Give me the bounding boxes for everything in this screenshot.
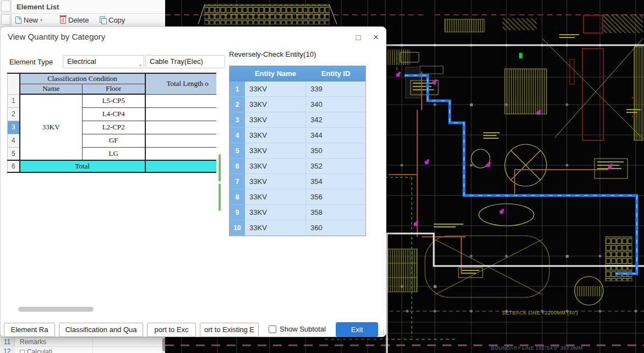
new-page-icon bbox=[15, 17, 21, 24]
entity-row[interactable]: 233KV340 bbox=[230, 97, 365, 112]
chevron-down-icon: ▾ bbox=[139, 59, 141, 72]
chevron-down-icon: ▾ bbox=[40, 18, 42, 23]
total-row[interactable]: 6 Total bbox=[8, 160, 217, 172]
entity-row-number: 6 bbox=[230, 159, 245, 174]
horizontal-scrollbar-thumb[interactable] bbox=[18, 307, 94, 312]
total-label-cell: Total bbox=[20, 160, 145, 172]
floor-cell: L4-CP4 bbox=[83, 107, 145, 121]
boundary-line-label: BOUNDARY LINE 192°54'0" 367.0MM bbox=[491, 345, 583, 351]
classification-quantity-button[interactable]: Classification and Qua bbox=[59, 323, 143, 337]
column-divider bbox=[92, 347, 93, 353]
property-row[interactable]: 11 Remarks bbox=[0, 338, 161, 347]
entity-id-header: Entity ID bbox=[306, 66, 365, 82]
corner-cell bbox=[8, 73, 20, 94]
entity-name-cell: 33KV bbox=[245, 97, 306, 112]
splitter-handle[interactable] bbox=[219, 154, 221, 211]
entity-row[interactable]: 633KV352 bbox=[230, 159, 365, 174]
entity-id-cell: 339 bbox=[306, 82, 365, 97]
side-strip-tab[interactable] bbox=[1, 1, 10, 12]
floor-cell: LG bbox=[83, 147, 145, 160]
element-properties-grid: 11 Remarks 12 Calculati bbox=[0, 337, 165, 353]
entity-row-number: 3 bbox=[230, 112, 245, 128]
name-header: Name bbox=[20, 84, 83, 94]
table-row[interactable]: 1 33KV L5-CP5 bbox=[8, 94, 217, 107]
total-length-header: Total Length o bbox=[145, 73, 217, 94]
exit-button[interactable]: Exit bbox=[336, 322, 378, 337]
entity-row-number: 4 bbox=[230, 128, 245, 143]
maximize-icon[interactable]: □ bbox=[353, 32, 364, 43]
total-value-cell bbox=[145, 160, 217, 172]
entity-name-cell: 33KV bbox=[245, 189, 306, 205]
entity-row[interactable]: 933KV358 bbox=[230, 205, 365, 220]
floor-cell: L2-CP2 bbox=[83, 121, 145, 134]
entity-id-cell: 344 bbox=[306, 128, 365, 143]
row-number-selected: 3 bbox=[8, 121, 20, 134]
entity-table: Entity Name Entity ID 133KV339 233KV340 … bbox=[229, 66, 366, 236]
element-type-dropdown[interactable]: Electrical ▾ bbox=[63, 55, 144, 68]
row-number: 2 bbox=[8, 107, 20, 121]
entity-id-cell: 342 bbox=[306, 112, 365, 128]
entity-row-number: 10 bbox=[230, 220, 245, 236]
new-button[interactable]: New ▾ bbox=[15, 14, 42, 26]
export-to-excel-button[interactable]: port to Exc bbox=[147, 323, 196, 337]
close-icon[interactable]: × bbox=[370, 32, 381, 43]
export-to-existing-excel-button[interactable]: ort to Existing E bbox=[200, 323, 259, 337]
entity-name-cell: 33KV bbox=[245, 205, 306, 220]
element-subtype-dropdown[interactable]: Cable Tray(Elec) bbox=[145, 55, 225, 68]
entity-id-cell: 340 bbox=[306, 97, 365, 112]
entity-row-number: 2 bbox=[230, 97, 245, 112]
resize-grip[interactable] bbox=[378, 329, 384, 335]
property-row-number: 12 bbox=[0, 347, 15, 353]
entity-name-cell: 33KV bbox=[245, 174, 306, 189]
checkbox-icon bbox=[20, 350, 25, 353]
entity-row[interactable]: 833KV356 bbox=[230, 189, 365, 205]
value-cell bbox=[145, 94, 217, 107]
splitter-notch bbox=[219, 181, 221, 184]
copy-button[interactable]: Copy bbox=[100, 14, 125, 26]
entity-id-cell: 352 bbox=[306, 159, 365, 174]
value-cell bbox=[145, 147, 217, 160]
delete-label: Delete bbox=[68, 16, 89, 24]
entity-table-header: Entity Name Entity ID bbox=[230, 66, 365, 82]
classification-table[interactable]: Classification Condition Total Length o … bbox=[7, 73, 216, 192]
entity-id-cell: 358 bbox=[306, 205, 365, 220]
element-list-title: Element List bbox=[12, 0, 165, 14]
entity-row[interactable]: 333KV342 bbox=[230, 112, 365, 128]
delete-button[interactable]: Delete bbox=[60, 14, 89, 26]
new-label: New bbox=[24, 16, 38, 24]
property-row-label: Remarks bbox=[20, 338, 46, 346]
property-row-text: Calculati bbox=[27, 348, 52, 353]
row-number: 5 bbox=[8, 147, 20, 160]
screen: Element List New ▾ Delete Copy 11 Remark… bbox=[0, 0, 644, 353]
entity-id-cell: 356 bbox=[306, 189, 365, 205]
entity-row[interactable]: 533KV350 bbox=[230, 143, 365, 159]
copy-icon bbox=[100, 17, 106, 24]
entity-id-cell: 354 bbox=[306, 174, 365, 189]
entity-name-cell: 33KV bbox=[245, 112, 306, 128]
value-cell bbox=[145, 107, 217, 121]
element-type-value: Electrical bbox=[67, 57, 96, 66]
copy-label: Copy bbox=[108, 16, 125, 24]
entity-id-cell: 360 bbox=[306, 220, 365, 236]
entity-row[interactable]: 733KV354 bbox=[230, 174, 365, 189]
entity-row-number: 5 bbox=[230, 143, 245, 159]
property-row-label: Calculati bbox=[20, 347, 52, 353]
show-subtotal-checkbox[interactable] bbox=[269, 325, 276, 333]
property-row[interactable]: 12 Calculati bbox=[0, 347, 161, 353]
row-number: 6 bbox=[8, 160, 20, 172]
element-type-label: Element Type bbox=[9, 58, 53, 66]
entity-name-cell: 33KV bbox=[245, 220, 306, 236]
element-list-toolbar: New ▾ Delete Copy bbox=[12, 14, 165, 26]
entity-row-number: 9 bbox=[230, 205, 245, 220]
entity-row-number: 8 bbox=[230, 189, 245, 205]
entity-row[interactable]: 433KV344 bbox=[230, 128, 365, 143]
name-cell: 33KV bbox=[20, 94, 83, 160]
entity-name-cell: 33KV bbox=[245, 159, 306, 174]
entity-row[interactable]: 133KV339 bbox=[230, 82, 365, 97]
value-cell bbox=[145, 134, 217, 147]
column-divider bbox=[92, 338, 93, 346]
element-range-button[interactable]: Element Ra bbox=[4, 323, 55, 337]
entity-row[interactable]: 1033KV360 bbox=[230, 220, 365, 236]
floor-cell: L5-CP5 bbox=[83, 94, 145, 107]
side-strip-tab[interactable] bbox=[1, 14, 10, 25]
